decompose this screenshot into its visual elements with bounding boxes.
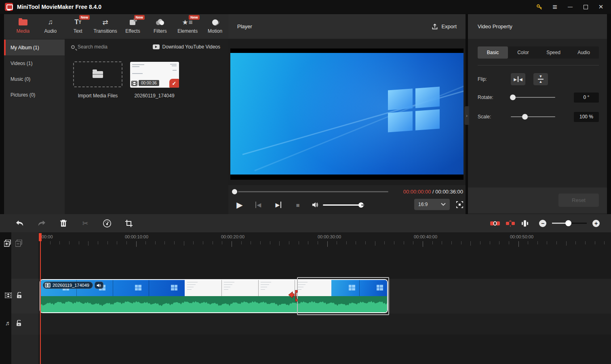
sidebar-item-my-album[interactable]: My Album (1) [4,40,65,55]
sidebar-item-videos[interactable]: Videos (1) [4,55,65,71]
maximize-button[interactable] [579,2,592,12]
export-icon [432,23,438,30]
scale-slider[interactable] [511,116,555,117]
playhead-line[interactable] [40,233,41,364]
aspect-ratio-select[interactable]: 16:9 [414,199,450,210]
rotate-slider-knob[interactable] [510,95,516,100]
ruler-tick [509,241,509,244]
search-input[interactable]: Search media [78,44,107,50]
media-item-thumbnail[interactable]: 00:00:36 ✓ [130,62,179,88]
film-icon [131,81,137,86]
tab-basic[interactable]: Basic [478,46,508,59]
flip-vertical-icon: ▼▲ [538,75,544,83]
tab-effects[interactable]: Effects New [120,17,146,38]
tab-filters[interactable]: Filters [147,17,173,38]
volume-handle[interactable] [358,202,364,208]
add-track-button[interactable] [4,240,12,248]
ruler-time-label: 00:00 [42,234,53,239]
tab-speed[interactable]: Speed [538,46,569,59]
register-key-icon[interactable] [533,2,546,12]
motion-icon [212,17,218,27]
panel-collapse-handle[interactable]: › [464,106,469,125]
previous-frame-button[interactable]: ◀ [252,202,265,208]
ruler-tick [575,241,576,244]
redo-button[interactable] [36,218,47,229]
ruler-tick [327,241,328,247]
remove-track-button[interactable] [15,240,23,248]
timeline-ruler[interactable]: 00:0000:00:10:0000:00:20:0000:00:30:0000… [38,232,611,251]
media-section: Media ♫ Audio TT Text New ⇄ Transitions … [4,14,228,214]
zoom-out-button[interactable]: − [539,220,546,227]
tab-transitions[interactable]: ⇄ Transitions [92,17,119,38]
delete-button[interactable] [58,218,69,229]
audio-track[interactable] [11,314,611,335]
rotate-slider[interactable] [511,97,555,98]
tab-motion[interactable]: Motion [202,17,228,38]
crop-button[interactable] [124,218,134,229]
ruler-tick [107,241,108,244]
tab-audio-prop[interactable]: Audio [569,46,599,59]
audio-note-icon: ♫ [48,17,53,27]
timeline-zoom-knob[interactable] [565,220,571,226]
download-youtube-button[interactable]: Download YouTube Videos [153,44,220,50]
timeline-zoom-slider[interactable] [552,223,587,224]
new-badge: New [189,15,200,20]
scale-value[interactable]: 100 % [574,112,599,122]
split-clips-icon[interactable] [505,218,516,229]
fullscreen-button[interactable] [456,201,463,210]
menu-icon[interactable]: ≡ [549,2,561,12]
property-panel-title: Video Property [468,14,607,39]
ruler-tick [413,241,413,244]
volume-slider[interactable] [323,204,361,206]
chevron-down-icon [441,202,446,207]
link-clips-icon[interactable] [490,218,500,229]
ruler-time-label: 00:00:30:00 [311,234,348,239]
zoom-in-button[interactable]: + [592,220,600,227]
video-track-lock-icon[interactable] [17,292,22,299]
ruler-tick [184,241,184,246]
seek-handle[interactable] [232,189,237,194]
player-title: Player [237,23,252,29]
filters-icon [156,17,164,27]
ruler-tick [299,241,299,244]
ribbon-tab-bar: Media ♫ Audio TT Text New ⇄ Transitions … [4,14,228,39]
added-check-icon: ✓ [169,79,179,88]
export-button[interactable]: Export [432,23,457,30]
flip-vertical-button[interactable]: ▼▲ [533,73,548,85]
ruler-tick [365,241,366,244]
split-scissors-button[interactable]: ✂ [80,218,91,229]
undo-button[interactable] [15,218,25,229]
rotate-value[interactable]: 0 ° [574,93,599,103]
scale-label: Scale: [478,114,511,120]
ruler-tick [480,241,480,244]
play-button[interactable]: ▶ [233,200,246,210]
stop-button[interactable]: ■ [291,202,304,208]
next-frame-button[interactable]: ▶ [272,202,285,208]
ruler-tick [260,241,261,244]
tab-color[interactable]: Color [508,46,538,59]
ruler-tick [537,241,538,244]
playhead-handle[interactable] [39,233,42,241]
media-sidebar: My Album (1) Videos (1) Music (0) Pictur… [4,39,65,214]
flip-horizontal-button[interactable]: ▶◀ [511,73,525,85]
maximize-icon [584,5,588,9]
close-button[interactable]: ✕ [595,2,607,12]
media-library: Search media Download YouTube Videos Imp… [65,39,228,214]
speed-button[interactable] [102,218,112,229]
tab-audio[interactable]: ♫ Audio [37,17,64,38]
sidebar-item-pictures[interactable]: Pictures (0) [4,87,65,103]
audio-track-lock-icon[interactable] [16,320,22,326]
flip-label: Flip: [478,76,511,82]
reset-button[interactable]: Reset [558,194,599,207]
volume-icon[interactable] [312,202,319,208]
fit-timeline-icon[interactable] [520,218,530,229]
sidebar-item-music[interactable]: Music (0) [4,71,65,87]
scale-slider-knob[interactable] [522,114,528,120]
tab-media[interactable]: Media [10,17,36,38]
tab-text[interactable]: TT Text New [65,17,91,38]
minimize-button[interactable]: — [564,2,576,12]
import-media-button[interactable] [73,61,122,87]
trim-selection-box[interactable] [297,277,389,315]
tab-elements[interactable]: ★≡ Elements New [174,17,201,38]
seek-bar[interactable] [238,191,388,192]
